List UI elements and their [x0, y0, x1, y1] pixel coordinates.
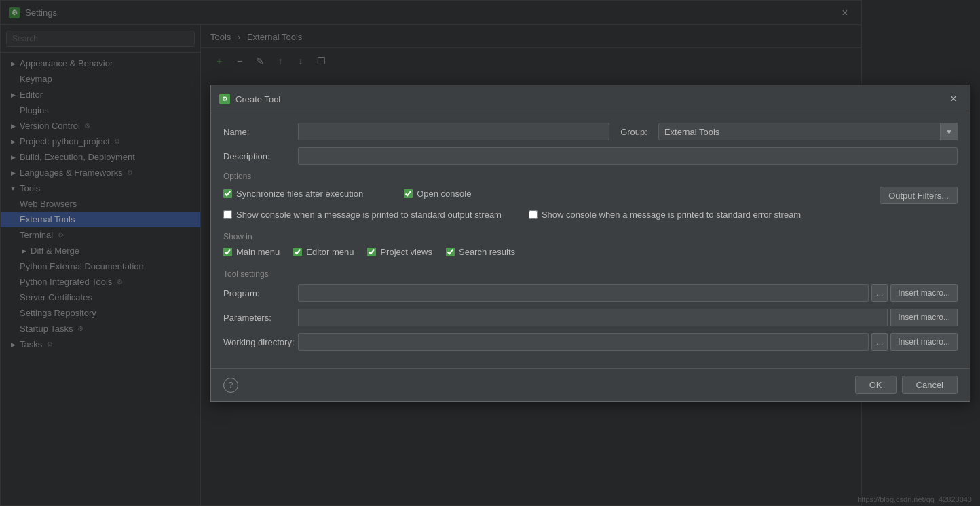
sync-files-checkbox-row: Synchronize files after execution — [223, 189, 363, 199]
search-results-checkbox-row: Search results — [446, 247, 515, 257]
main-menu-checkbox-row: Main menu — [223, 247, 280, 257]
program-input-group: ... Insert macro... — [298, 284, 958, 302]
sync-files-label[interactable]: Synchronize files after execution — [236, 189, 363, 199]
parameters-label: Parameters: — [223, 313, 298, 323]
open-console-checkbox-row: Open console — [404, 189, 471, 199]
description-row: Description: — [223, 147, 958, 165]
open-console-label[interactable]: Open console — [417, 189, 471, 199]
name-group-row: Name: Group: External Tools ▼ — [223, 123, 958, 140]
options-row-2: Show console when a message is printed t… — [223, 210, 958, 224]
show-in-row: Main menu Editor menu Project views Sear… — [223, 247, 958, 261]
stderr-checkbox-row: Show console when a message is printed t… — [529, 210, 801, 220]
search-results-label[interactable]: Search results — [459, 247, 515, 257]
parameters-row: Parameters: Insert macro... — [223, 309, 958, 326]
show-stderr-checkbox[interactable] — [529, 210, 538, 219]
working-dir-insert-macro-button[interactable]: Insert macro... — [890, 333, 958, 351]
group-label: Group: — [620, 127, 647, 137]
editor-menu-checkbox-row: Editor menu — [293, 247, 354, 257]
ok-button[interactable]: OK — [855, 376, 897, 394]
group-select-wrapper: External Tools ▼ — [658, 123, 958, 140]
show-stdout-checkbox[interactable] — [223, 210, 232, 219]
program-insert-macro-button[interactable]: Insert macro... — [890, 284, 958, 302]
dialog-title-bar: ⚙ Create Tool × — [211, 85, 970, 113]
dialog-footer: ? OK Cancel — [211, 368, 970, 401]
show-in-header: Show in — [223, 232, 958, 241]
stdout-checkbox-row: Show console when a message is printed t… — [223, 210, 502, 220]
open-console-checkbox[interactable] — [404, 189, 413, 198]
program-label: Program: — [223, 288, 298, 298]
parameters-insert-macro-button[interactable]: Insert macro... — [890, 309, 958, 326]
project-views-checkbox[interactable] — [367, 248, 376, 256]
show-stdout-label[interactable]: Show console when a message is printed t… — [236, 210, 502, 220]
working-dir-input[interactable] — [298, 333, 869, 351]
working-dir-label: Working directory: — [223, 337, 298, 347]
working-dir-input-group: ... Insert macro... — [298, 333, 958, 351]
program-row: Program: ... Insert macro... — [223, 284, 958, 302]
name-input[interactable] — [298, 123, 609, 140]
working-dir-browse-button[interactable]: ... — [871, 333, 888, 351]
footer-actions: OK Cancel — [855, 376, 958, 394]
output-filters-button[interactable]: Output Filters... — [880, 187, 958, 204]
editor-menu-label[interactable]: Editor menu — [306, 247, 354, 257]
dialog-icon: ⚙ — [219, 94, 230, 104]
sync-files-checkbox[interactable] — [223, 189, 232, 198]
dialog-close-button[interactable]: × — [945, 91, 962, 107]
description-label: Description: — [223, 151, 298, 161]
main-menu-checkbox[interactable] — [223, 248, 232, 256]
show-in-section: Show in Main menu Editor menu Project vi… — [223, 232, 958, 261]
program-input[interactable] — [298, 284, 869, 302]
description-input[interactable] — [298, 147, 958, 165]
group-select[interactable]: External Tools — [658, 123, 958, 140]
options-section: Options Synchronize files after executio… — [223, 172, 958, 224]
tool-settings-section: Tool settings Program: ... Insert macro.… — [223, 269, 958, 351]
options-row-1: Synchronize files after execution Open c… — [223, 187, 958, 204]
parameters-input-group: Insert macro... — [298, 309, 958, 326]
project-views-label[interactable]: Project views — [380, 247, 432, 257]
program-browse-button[interactable]: ... — [871, 284, 888, 302]
dialog-body: Name: Group: External Tools ▼ Descriptio… — [211, 113, 970, 368]
main-menu-label[interactable]: Main menu — [236, 247, 280, 257]
cancel-button[interactable]: Cancel — [902, 376, 958, 394]
working-dir-row: Working directory: ... Insert macro... — [223, 333, 958, 351]
name-label: Name: — [223, 127, 298, 137]
help-button[interactable]: ? — [223, 378, 238, 393]
tool-settings-header: Tool settings — [223, 269, 958, 279]
show-stderr-label[interactable]: Show console when a message is printed t… — [542, 210, 801, 220]
project-views-checkbox-row: Project views — [367, 247, 432, 257]
options-header: Options — [223, 172, 958, 181]
editor-menu-checkbox[interactable] — [293, 248, 302, 256]
parameters-input[interactable] — [298, 309, 888, 326]
dialog-title: Create Tool — [235, 94, 280, 104]
search-results-checkbox[interactable] — [446, 248, 455, 256]
create-tool-dialog: ⚙ Create Tool × Name: Group: External To… — [210, 85, 970, 402]
